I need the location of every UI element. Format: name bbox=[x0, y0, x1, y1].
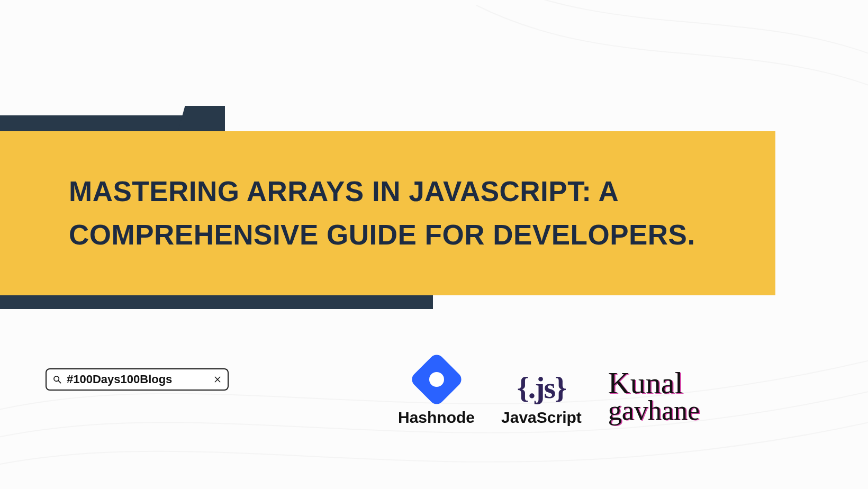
author-first-name: Kunal bbox=[608, 368, 683, 397]
javascript-icon: {.js} bbox=[517, 373, 566, 403]
footer-logos-row: Hashnode {.js} JavaScript Kunal gavhane bbox=[398, 337, 826, 427]
hashnode-icon bbox=[413, 356, 460, 403]
search-value: #100Days100Blogs bbox=[67, 373, 209, 386]
svg-line-1 bbox=[58, 381, 61, 383]
javascript-label: JavaScript bbox=[501, 409, 582, 427]
clear-icon[interactable] bbox=[214, 376, 221, 383]
javascript-logo-block: {.js} JavaScript bbox=[501, 373, 582, 427]
author-signature: Kunal gavhane bbox=[608, 368, 700, 423]
search-icon bbox=[53, 375, 61, 384]
author-last-name: gavhane bbox=[608, 397, 700, 423]
hero-panel: MASTERING ARRAYS IN JAVASCRIPT: A COMPRE… bbox=[0, 131, 775, 295]
search-tag-pill[interactable]: #100Days100Blogs bbox=[46, 368, 229, 391]
hashnode-logo-block: Hashnode bbox=[398, 356, 475, 427]
hero-underline-bar bbox=[0, 295, 433, 309]
hashnode-label: Hashnode bbox=[398, 409, 475, 427]
page-title: MASTERING ARRAYS IN JAVASCRIPT: A COMPRE… bbox=[69, 170, 744, 257]
